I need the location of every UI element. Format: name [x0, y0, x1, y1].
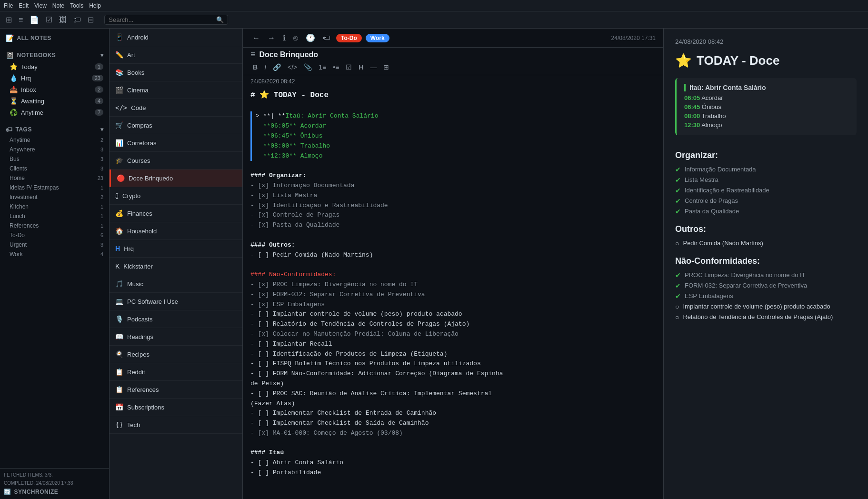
tag-clients[interactable]: Clients 3: [2, 164, 107, 173]
todo-badge[interactable]: To-Do: [336, 34, 362, 42]
notebook-today[interactable]: ⭐ Today 1: [2, 61, 107, 72]
editor-title: Doce Brinquedo: [259, 50, 319, 59]
menu-tools[interactable]: Tools: [70, 2, 83, 9]
notebook-awaiting[interactable]: ⏳ Awaiting 4: [2, 95, 107, 107]
preview-check-text-10: Implantar controle de volume (peso) prod…: [683, 303, 830, 310]
note-doce-brinquedo[interactable]: 🔴 Doce Brinquedo: [110, 170, 242, 187]
tag-note-icon[interactable]: 🏷: [321, 33, 332, 43]
tag-anytime[interactable]: Anytime 2: [2, 135, 107, 145]
note-books[interactable]: 📚 Books: [110, 64, 242, 81]
tag-bus-label: Bus: [10, 156, 20, 162]
note-corretoras[interactable]: 📊 Corretoras: [110, 134, 242, 152]
tag-lunch[interactable]: Lunch 1: [2, 211, 107, 221]
unordered-list-icon[interactable]: •≡: [330, 62, 341, 72]
table-icon[interactable]: ⊞: [381, 62, 391, 72]
subscriptions-icon: 📅: [115, 403, 123, 411]
note-art[interactable]: ✏️ Art: [110, 46, 242, 64]
new-note-icon[interactable]: 📄: [28, 14, 41, 25]
note-android[interactable]: 📱 Android: [110, 29, 242, 46]
code-inline-icon[interactable]: </>: [285, 62, 299, 72]
menu-edit[interactable]: Edit: [19, 2, 29, 9]
tag-work[interactable]: Work 4: [2, 250, 107, 259]
tag-bus[interactable]: Bus 3: [2, 154, 107, 164]
ordered-list-icon[interactable]: 1≡: [316, 62, 329, 72]
note-tech[interactable]: {} Tech: [110, 416, 242, 434]
tag-ideias[interactable]: Ideias P/ Estampas 1: [2, 183, 107, 192]
tag-lunch-label: Lunch: [10, 213, 25, 220]
list-icon[interactable]: ≡: [17, 15, 25, 25]
note-courses[interactable]: 🎓 Courses: [110, 152, 242, 170]
note-references[interactable]: 📋 References: [110, 381, 242, 399]
menu-file[interactable]: File: [4, 2, 13, 9]
note-reddit[interactable]: 📋 Reddit: [110, 363, 242, 381]
nav-forward-icon[interactable]: →: [266, 33, 277, 43]
note-kickstarter[interactable]: K Kickstarter: [110, 258, 242, 275]
tag-anywhere[interactable]: Anywhere 3: [2, 145, 107, 154]
attach-icon[interactable]: 📎: [301, 62, 314, 72]
heading-icon[interactable]: H: [356, 62, 366, 72]
work-badge[interactable]: Work: [366, 34, 389, 42]
note-code[interactable]: </> Code: [110, 99, 242, 117]
checklist-icon[interactable]: ☑: [44, 14, 54, 25]
note-readings[interactable]: 📖 Readings: [110, 328, 242, 346]
preview-card-item-4: 12:30 Almoço: [684, 120, 849, 130]
preview-time-4: 12:30: [684, 121, 700, 129]
history-icon[interactable]: 🕐: [304, 32, 317, 43]
menu-help[interactable]: Help: [89, 2, 101, 9]
info-icon[interactable]: ℹ: [281, 32, 288, 43]
link-icon[interactable]: 🔗: [270, 62, 283, 72]
menu-view[interactable]: View: [34, 2, 47, 9]
menu-note[interactable]: Note: [52, 2, 64, 9]
sync-button[interactable]: 🔄 SYNCHRONIZE: [4, 489, 105, 495]
tag-investment[interactable]: Investment 2: [2, 192, 107, 202]
divider-icon[interactable]: —: [368, 62, 379, 72]
tags-header[interactable]: 🏷 TAGS ▾: [2, 124, 107, 135]
note-recipes[interactable]: 🍳 Recipes: [110, 346, 242, 363]
all-notes-header[interactable]: 📝 ALL NOTES: [2, 32, 107, 44]
note-pc-software[interactable]: 💻 PC Software I Use: [110, 293, 242, 310]
note-compras[interactable]: 🛒 Compras: [110, 117, 242, 134]
bold-icon[interactable]: B: [250, 62, 260, 72]
tag-icon[interactable]: 🏷: [71, 15, 83, 25]
share-icon[interactable]: ⎋: [291, 33, 300, 43]
note-hrq[interactable]: H Hrq: [110, 240, 242, 258]
tag-references[interactable]: References 1: [2, 221, 107, 230]
nav-back-icon[interactable]: ←: [250, 33, 262, 43]
search-input[interactable]: [109, 16, 216, 23]
image-icon[interactable]: 🖼: [57, 15, 69, 25]
checklist-toolbar-icon[interactable]: ☑: [343, 62, 354, 72]
notebook-anytime[interactable]: ♻️ Anytime 7: [2, 107, 107, 118]
note-cinema[interactable]: 🎬 Cinema: [110, 81, 242, 99]
note-hrq-label: Hrq: [124, 245, 134, 252]
note-household[interactable]: 🏠 Household: [110, 222, 242, 240]
tag-todo[interactable]: To-Do 6: [2, 230, 107, 240]
note-music[interactable]: 🎵 Music: [110, 275, 242, 293]
tag-anywhere-count: 3: [100, 147, 103, 152]
tag-home[interactable]: Home 23: [2, 173, 107, 183]
note-finances[interactable]: 💰 Finances: [110, 205, 242, 222]
code-icon: </>: [115, 104, 127, 111]
notebook-hrq[interactable]: 💧 Hrq 23: [2, 72, 107, 84]
layout-icon[interactable]: ⊟: [86, 14, 96, 25]
note-crypto[interactable]: ₿ Crypto: [110, 187, 242, 205]
anytime-icon: ♻️: [10, 109, 17, 116]
preview-check-text-1: Informação Documentada: [685, 166, 756, 173]
note-podcasts[interactable]: 🎙️ Podcasts: [110, 310, 242, 328]
notebook-inbox-count: 2: [95, 86, 103, 93]
search-bar[interactable]: 🔍: [104, 15, 228, 25]
editor-line-h1: # ⭐ TODAY - Doce: [250, 90, 656, 102]
notebooks-header[interactable]: 📓 NOTEBOOKS ▾: [2, 50, 107, 61]
italic-icon[interactable]: I: [262, 62, 269, 72]
grid-icon[interactable]: ⊞: [4, 14, 14, 25]
notebook-anytime-count: 7: [95, 109, 103, 116]
tag-urgent[interactable]: Urgent 3: [2, 240, 107, 250]
note-list: 📱 Android ✏️ Art 📚 Books 🎬 Cinema </> Co…: [110, 29, 243, 499]
tag-todo-label: To-Do: [10, 232, 25, 239]
notebook-inbox[interactable]: 📥 Inbox 2: [2, 84, 107, 95]
tag-kitchen[interactable]: Kitchen 1: [2, 202, 107, 211]
preview-check-11: ○ Relatório de Tendência de Controles de…: [675, 312, 857, 322]
note-subscriptions[interactable]: 📅 Subscriptions: [110, 399, 242, 416]
editor-content[interactable]: # ⭐ TODAY - Doce > **| **Itaú: Abrir Con…: [243, 86, 663, 499]
editor-todo-18: - [ ] Implementar Checklist de Entrada d…: [250, 409, 656, 419]
search-icon: 🔍: [216, 16, 224, 23]
